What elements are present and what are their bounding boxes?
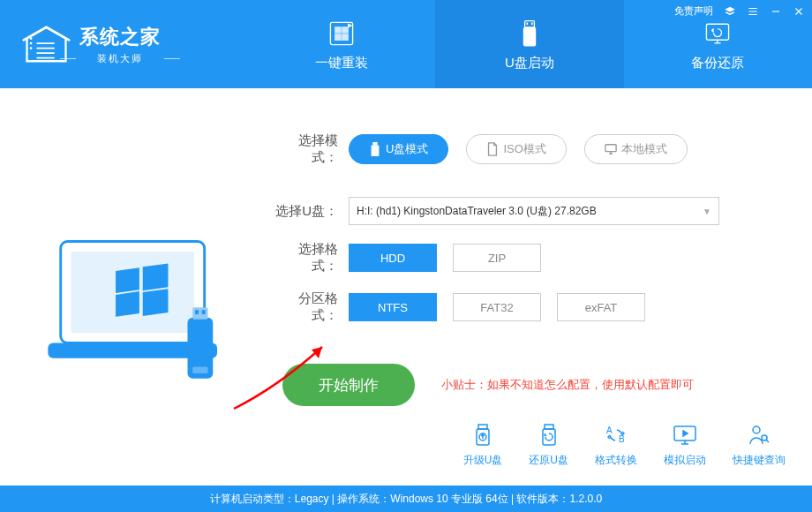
header: 免责声明 系统之家 装机大师 一键重装 U盘启动 备份还原 (0, 0, 812, 88)
graduation-icon[interactable] (724, 5, 736, 18)
usb-restore-icon (536, 423, 562, 448)
tool-hotkey-lookup[interactable]: 快捷键查询 (733, 423, 786, 468)
tab-reinstall[interactable]: 一键重装 (247, 0, 435, 88)
svg-rect-6 (531, 22, 533, 25)
bottom-tools: 升级U盘 还原U盘 AB 格式转换 模拟启动 快捷键查询 (463, 423, 786, 468)
tab-label: 一键重装 (315, 55, 368, 72)
svg-point-2 (30, 47, 33, 49)
monitor-play-icon (672, 423, 698, 448)
svg-rect-24 (543, 429, 555, 445)
usb-select[interactable]: H:I: (hd1) KingstonDataTraveler 3.0 (U盘)… (349, 197, 719, 225)
tool-simulate-boot[interactable]: 模拟启动 (664, 423, 706, 468)
laptop-usb-illustration-icon (35, 221, 238, 406)
part-fat32-button[interactable]: FAT32 (453, 293, 541, 321)
svg-text:B: B (619, 434, 625, 444)
mode-row: 选择模式： U盘模式 ISO模式 本地模式 (274, 132, 786, 166)
svg-point-1 (30, 42, 33, 45)
disclaimer-link[interactable]: 免责声明 (674, 4, 713, 18)
monitor-icon (605, 142, 617, 156)
action-row: 开始制作 小贴士：如果不知道怎么配置，使用默认配置即可 (274, 364, 786, 406)
person-search-icon (746, 423, 772, 448)
usb-select-row: 选择U盘： H:I: (hd1) KingstonDataTraveler 3.… (274, 197, 786, 225)
tool-label: 快捷键查询 (733, 453, 786, 468)
fmt-hdd-button[interactable]: HDD (349, 244, 437, 272)
part-ntfs-button[interactable]: NTFS (349, 293, 437, 321)
svg-rect-15 (202, 310, 206, 314)
svg-rect-16 (192, 366, 207, 373)
menu-icon[interactable] (747, 5, 759, 18)
mode-btn-label: 本地模式 (621, 141, 667, 157)
titlebar: 免责声明 (674, 4, 805, 18)
tool-label: 还原U盘 (529, 453, 568, 468)
svg-rect-4 (525, 20, 535, 26)
partition-label: 分区格式： (274, 290, 349, 324)
tab-usb-boot[interactable]: U盘启动 (435, 0, 623, 88)
logo: 系统之家 装机大师 (0, 0, 247, 88)
logo-subtitle: 装机大师 (79, 52, 161, 65)
tab-label: U盘启动 (505, 55, 554, 72)
format-row: 选择格式： HDD ZIP (274, 241, 786, 275)
usb-up-icon (470, 423, 496, 448)
format-label: 选择格式： (274, 241, 349, 275)
mode-btn-label: U盘模式 (386, 141, 428, 157)
svg-point-28 (753, 426, 760, 433)
tool-restore-usb[interactable]: 还原U盘 (529, 423, 568, 468)
svg-rect-7 (523, 26, 536, 46)
usb-disk-icon (514, 18, 545, 49)
svg-rect-18 (372, 146, 380, 156)
statusbar: 计算机启动类型：Legacy | 操作系统：Windows 10 专业版 64位… (0, 486, 812, 512)
tool-label: 模拟启动 (664, 453, 706, 468)
start-button[interactable]: 开始制作 (282, 364, 415, 406)
monitor-restore-icon (702, 18, 733, 49)
mode-label: 选择模式： (274, 132, 349, 166)
convert-icon: AB (603, 423, 629, 448)
mode-usb-button[interactable]: U盘模式 (349, 134, 448, 164)
mode-iso-button[interactable]: ISO模式 (466, 134, 566, 164)
svg-rect-13 (192, 307, 207, 319)
minimize-icon[interactable] (770, 5, 782, 18)
partition-row: 分区格式： NTFS FAT32 exFAT (274, 290, 786, 324)
svg-rect-19 (605, 145, 616, 152)
svg-text:A: A (606, 425, 613, 435)
svg-rect-10 (71, 252, 194, 333)
mode-local-button[interactable]: 本地模式 (584, 134, 688, 164)
windows-reinstall-icon (326, 18, 357, 49)
usb-icon (369, 142, 381, 156)
house-logo-icon (22, 22, 71, 66)
fmt-zip-button[interactable]: ZIP (453, 244, 541, 272)
illustration (18, 106, 256, 486)
tool-upgrade-usb[interactable]: 升级U盘 (463, 423, 503, 468)
file-icon (486, 142, 499, 156)
close-icon[interactable] (793, 5, 805, 18)
tool-label: 格式转换 (595, 453, 637, 468)
svg-rect-14 (195, 310, 199, 314)
svg-rect-8 (707, 24, 729, 40)
mode-btn-label: ISO模式 (503, 141, 545, 157)
usb-label: 选择U盘： (274, 203, 349, 220)
logo-title: 系统之家 (79, 24, 161, 50)
tab-label: 备份还原 (691, 55, 744, 72)
chevron-down-icon: ▼ (703, 207, 711, 216)
tip-text: 小贴士：如果不知道怎么配置，使用默认配置即可 (441, 377, 694, 393)
tool-format-convert[interactable]: AB 格式转换 (595, 423, 637, 468)
tool-label: 升级U盘 (463, 453, 503, 468)
part-exfat-button[interactable]: exFAT (557, 293, 645, 321)
usb-select-value: H:I: (hd1) KingstonDataTraveler 3.0 (U盘)… (357, 204, 597, 219)
svg-rect-5 (526, 22, 528, 25)
svg-rect-17 (372, 142, 377, 146)
